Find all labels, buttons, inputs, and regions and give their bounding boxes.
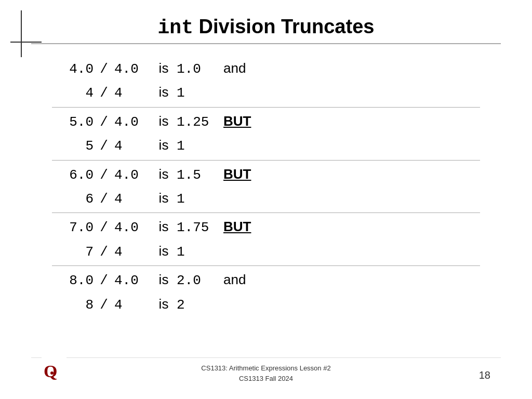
slash: / [94,271,114,290]
expr-row: 4/4is1 [52,81,480,104]
expr-row: 7/4is1 [52,240,480,263]
page-number: 18 [479,369,490,381]
num1: 7 [52,243,94,261]
result-value: 1.25 [177,113,223,131]
ou-logo: Q [42,357,66,384]
is-keyword: is [151,165,177,183]
num2: 4.0 [114,218,151,237]
slash: / [94,60,114,78]
note-label: and [223,59,275,77]
num1: 4.0 [52,60,94,78]
num1: 5.0 [52,113,94,131]
result-value: 2.0 [177,271,223,290]
num2: 4 [114,296,151,314]
footer-line1: CS1313: Arithmetic Expressions Lesson #2 [201,363,330,374]
is-keyword: is [151,270,177,289]
expr-row: 8/4is2 [52,292,480,316]
num1: 5 [52,137,94,155]
title-mono: int [158,17,193,39]
num2: 4.0 [114,60,151,78]
slash: / [94,218,114,237]
page-container: int Division Truncates 4.0/4.0is1.0and4/… [0,0,532,399]
expr-row: 7.0/4.0is1.75BUT [52,215,480,239]
is-keyword: is [151,59,177,77]
svg-text:Q: Q [44,362,57,381]
slash: / [94,243,114,261]
num1: 4 [52,84,94,102]
is-keyword: is [151,242,177,260]
row-group-1: 4.0/4.0is1.0and4/4is1 [52,55,480,108]
num1: 7.0 [52,218,94,237]
result-value: 1 [177,84,223,102]
is-keyword: is [151,295,177,313]
content-area: 4.0/4.0is1.0and4/4is15.0/4.0is1.25BUT5/4… [31,49,501,355]
slash: / [94,84,114,102]
corner-decoration [10,10,42,52]
result-value: 1 [177,137,223,155]
num1: 8 [52,296,94,314]
title-rest: Division Truncates [193,16,374,37]
result-value: 1.0 [177,60,223,78]
expr-row: 5.0/4.0is1.25BUT [52,110,480,134]
result-value: 1 [177,243,223,261]
expr-row: 8.0/4.0is2.0and [52,268,480,292]
result-value: 2 [177,296,223,314]
row-group-4: 7.0/4.0is1.75BUT7/4is1 [52,213,480,266]
is-keyword: is [151,112,177,130]
is-keyword: is [151,217,177,236]
note-label: BUT [223,165,275,183]
slash: / [94,113,114,131]
expr-row: 5/4is1 [52,134,480,157]
footer-line2: CS1313 Fall 2024 [201,374,330,384]
num2: 4.0 [114,113,151,131]
page-title: int Division Truncates [31,16,501,44]
footer: Q CS1313: Arithmetic Expressions Lesson … [31,357,501,389]
num2: 4 [114,190,151,208]
slash: / [94,190,114,208]
expr-row: 6.0/4.0is1.5BUT [52,163,480,187]
row-group-2: 5.0/4.0is1.25BUT5/4is1 [52,108,480,161]
expr-row: 6/4is1 [52,187,480,210]
num2: 4 [114,137,151,155]
note-label: and [223,270,275,289]
footer-text: CS1313: Arithmetic Expressions Lesson #2… [201,363,330,383]
slash: / [94,166,114,184]
is-keyword: is [151,83,177,101]
num1: 6 [52,190,94,208]
result-value: 1.5 [177,166,223,184]
num2: 4.0 [114,271,151,290]
num2: 4 [114,243,151,261]
svg-point-2 [50,371,54,375]
num1: 6.0 [52,166,94,184]
num2: 4 [114,84,151,102]
result-value: 1.75 [177,218,223,237]
row-group-5: 8.0/4.0is2.0and8/4is2 [52,266,480,318]
result-value: 1 [177,190,223,208]
slash: / [94,137,114,155]
note-label: BUT [223,217,275,236]
slash: / [94,296,114,314]
row-group-3: 6.0/4.0is1.5BUT6/4is1 [52,161,480,214]
expr-row: 4.0/4.0is1.0and [52,57,480,81]
num1: 8.0 [52,271,94,290]
num2: 4.0 [114,166,151,184]
is-keyword: is [151,189,177,207]
is-keyword: is [151,136,177,154]
note-label: BUT [223,112,275,130]
